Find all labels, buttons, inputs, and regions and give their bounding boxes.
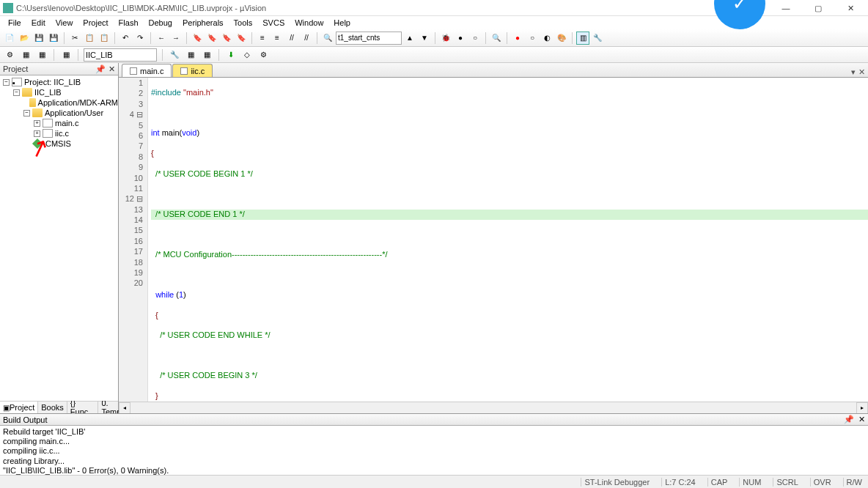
menu-flash[interactable]: Flash — [114, 17, 144, 29]
minimize-button[interactable]: — — [777, 2, 795, 14]
batch-build-icon[interactable]: ▦ — [59, 48, 73, 62]
copy-icon[interactable]: 📋 — [83, 32, 96, 45]
build-icon[interactable]: ▦ — [19, 48, 32, 62]
menu-view[interactable]: View — [51, 17, 78, 29]
toolbar-build: ⚙ ▦ ▦ ▦ IIC_LIB 🔧 ▦ ▦ ⬇ ◇ ⚙ — [0, 47, 868, 63]
tree-target[interactable]: −IIC_LIB — [0, 87, 118, 97]
menu-peripherals[interactable]: Peripherals — [177, 17, 229, 29]
file-tabs: main.c iic.c ▾ ✕ — [119, 63, 868, 78]
tab-functions[interactable]: {} Func... — [67, 402, 99, 413]
menu-edit[interactable]: Edit — [26, 17, 51, 29]
menu-tools[interactable]: Tools — [229, 17, 258, 29]
indent-icon[interactable]: ≡ — [256, 32, 269, 45]
line-gutter: 1234 ⊟56789101112 ⊟1314151617181920 — [119, 78, 148, 402]
file-tab-main[interactable]: main.c — [122, 64, 172, 77]
scroll-left-icon[interactable]: ◂ — [119, 402, 130, 414]
scroll-right-icon[interactable]: ▸ — [856, 402, 868, 414]
window-layout-icon[interactable]: ▥ — [576, 32, 589, 45]
project-panel-tabs: ▣ Project Books {} Func... 0. Temp... — [0, 401, 118, 413]
paste-icon[interactable]: 📋 — [98, 32, 111, 45]
menu-svcs[interactable]: SVCS — [257, 17, 290, 29]
find-prev-icon[interactable]: ▲ — [403, 32, 416, 45]
find-icon[interactable]: 🔍 — [321, 32, 334, 45]
code-content[interactable]: #include "main.h" int main(void) { /* US… — [148, 78, 868, 402]
output-pin-icon[interactable]: 📌 — [844, 415, 854, 424]
tab-books[interactable]: Books — [38, 402, 67, 413]
target-options-icon[interactable]: 🔧 — [168, 48, 181, 62]
pin-icon[interactable]: 📌 — [95, 64, 106, 74]
status-debugger: ST-Link Debugger — [581, 478, 652, 487]
rebuild-icon[interactable]: ▦ — [35, 48, 48, 62]
tab-project[interactable]: ▣ Project — [0, 402, 38, 413]
editor-h-scrollbar[interactable]: ◂ ▸ — [119, 402, 868, 413]
outdent-icon[interactable]: ≡ — [271, 32, 284, 45]
breakpoint-icon[interactable]: ● — [454, 32, 467, 45]
erase-icon[interactable]: ◇ — [240, 48, 254, 62]
tree-file-iic[interactable]: +iic.c — [0, 128, 118, 138]
uncomment-icon[interactable]: // — [300, 32, 313, 45]
palette-icon[interactable]: 🎨 — [555, 32, 568, 45]
debug-icon[interactable]: 🐞 — [439, 32, 452, 45]
file-ext-icon[interactable]: ▦ — [200, 48, 213, 62]
build-output-header: Build Output 📌 ✕ — [0, 414, 868, 426]
status-ovr: OVR — [810, 478, 834, 487]
maximize-button[interactable]: ▢ — [809, 2, 827, 14]
cut-icon[interactable]: ✂ — [68, 32, 81, 45]
bookmark-next-icon[interactable]: 🔖 — [220, 32, 233, 45]
tree-group-user[interactable]: −Application/User — [0, 108, 118, 118]
config-icon[interactable]: 🔧 — [591, 32, 604, 45]
build-output-text[interactable]: Rebuild target 'IIC_LIB' compiling main.… — [0, 426, 868, 475]
find-next-icon[interactable]: ▼ — [418, 32, 431, 45]
menu-window[interactable]: Window — [290, 17, 328, 29]
new-file-icon[interactable]: 📄 — [3, 32, 16, 45]
status-rw: R/W — [843, 478, 865, 487]
tree-file-main[interactable]: +main.c — [0, 118, 118, 128]
analyze-icon[interactable]: ◐ — [540, 32, 553, 45]
tab-dropdown-icon[interactable]: ▾ — [851, 67, 856, 77]
tree-group-cmsis[interactable]: CMSIS — [0, 138, 118, 149]
window-title: C:\Users\lenovo\Desktop\IIC_LIB\MDK-ARM\… — [16, 4, 266, 12]
project-panel: Project 📌 ✕ −▪Project: IIC_LIB −IIC_LIB … — [0, 63, 119, 413]
save-icon[interactable]: 💾 — [32, 32, 45, 45]
bookmark-icon[interactable]: 🔖 — [191, 32, 204, 45]
menu-help[interactable]: Help — [328, 17, 356, 29]
comment-icon[interactable]: // — [285, 32, 298, 45]
status-caps: CAP — [707, 478, 731, 487]
code-editor[interactable]: 1234 ⊟56789101112 ⊟1314151617181920 #inc… — [119, 78, 868, 402]
bookmark-clear-icon[interactable]: 🔖 — [235, 32, 248, 45]
save-all-icon[interactable]: 💾 — [47, 32, 60, 45]
menu-project[interactable]: Project — [78, 17, 113, 29]
output-close-icon[interactable]: ✕ — [858, 415, 865, 424]
close-button[interactable]: ✕ — [842, 2, 859, 14]
open-file-icon[interactable]: 📂 — [18, 32, 31, 45]
tree-group-mdk[interactable]: Application/MDK-ARM — [0, 97, 118, 108]
redo-icon[interactable]: ↷ — [133, 32, 147, 45]
download-icon[interactable]: ⬇ — [224, 48, 238, 62]
status-num: NUM — [739, 478, 764, 487]
project-panel-header: Project 📌 ✕ — [0, 63, 118, 75]
menu-file[interactable]: File — [3, 17, 26, 29]
panel-close-icon[interactable]: ✕ — [108, 64, 115, 74]
nav-back-icon[interactable]: ← — [155, 32, 168, 45]
file-tab-iic[interactable]: iic.c — [172, 64, 213, 77]
zoom-icon[interactable]: 🔍 — [490, 32, 503, 45]
project-tree: −▪Project: IIC_LIB −IIC_LIB Application/… — [0, 75, 118, 401]
editor-area: main.c iic.c ▾ ✕ 1234 ⊟56789101112 ⊟1314… — [119, 63, 868, 413]
bookmark-prev-icon[interactable]: 🔖 — [205, 32, 218, 45]
verify-icon[interactable]: ⚙ — [257, 48, 270, 62]
translate-icon[interactable]: ⚙ — [3, 48, 16, 62]
tree-project-root[interactable]: −▪Project: IIC_LIB — [0, 77, 118, 87]
undo-icon[interactable]: ↶ — [119, 32, 132, 45]
insert-bp-icon[interactable]: ○ — [468, 32, 482, 45]
app-icon — [3, 3, 13, 13]
target-dropdown[interactable]: IIC_LIB — [84, 48, 157, 62]
build-output-panel: Build Output 📌 ✕ Rebuild target 'IIC_LIB… — [0, 413, 868, 475]
manage-icon[interactable]: ▦ — [184, 48, 197, 62]
status-scrl: SCRL — [773, 478, 801, 487]
tab-close-icon[interactable]: ✕ — [858, 67, 865, 77]
nav-fwd-icon[interactable]: → — [169, 32, 183, 45]
menu-debug[interactable]: Debug — [144, 17, 177, 29]
stop-icon[interactable]: ○ — [526, 32, 539, 45]
record-icon[interactable]: ● — [511, 32, 524, 45]
search-input[interactable] — [336, 32, 402, 45]
